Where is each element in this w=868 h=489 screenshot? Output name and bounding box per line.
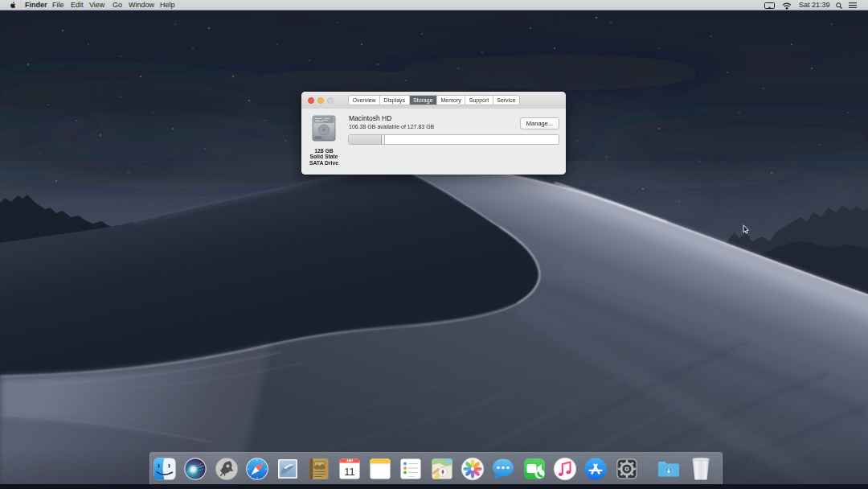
svg-text:JAN: JAN — [346, 458, 353, 462]
svg-text:11: 11 — [344, 466, 355, 478]
